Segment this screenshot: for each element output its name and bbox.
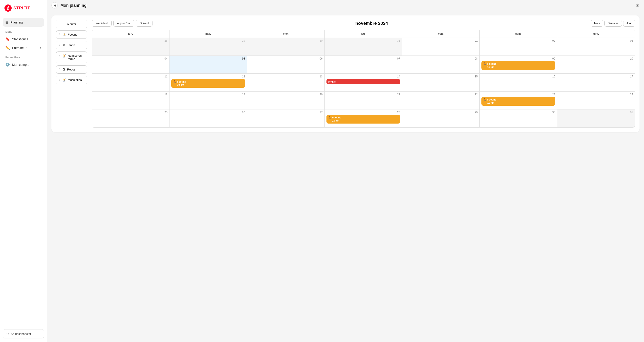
- cal-cell-w4d2[interactable]: 19: [170, 92, 247, 109]
- cal-cell-w4d5[interactable]: 22: [402, 92, 480, 109]
- cal-cell-w2d3[interactable]: 06: [247, 56, 325, 74]
- activity-repos[interactable]: ⠿ 🗒 Repos: [56, 65, 87, 74]
- cal-cell-w5d4[interactable]: 28 🏃 Footing10 km: [325, 109, 402, 127]
- sidebar-item-mon-compte[interactable]: ⚙️ Mon compte: [3, 60, 44, 69]
- view-mois-button[interactable]: Mois: [591, 20, 603, 27]
- cal-cell-w3d7[interactable]: 17: [557, 74, 635, 92]
- cal-cell-w1d2[interactable]: 29: [170, 38, 247, 56]
- event-footing-nov9[interactable]: 🏃 Footing10 km: [482, 61, 555, 70]
- collapse-button[interactable]: ◀: [52, 2, 58, 9]
- left-panel: Ajouter ⠿ 🏃 Footing ⠿ 🗑 Tennis ⠿ 🏋: [56, 20, 87, 128]
- event-footing-nov12[interactable]: 🏃 Footing10 km: [171, 79, 245, 88]
- cal-week-1: 28 29 30 31 01 02 03: [92, 38, 635, 56]
- add-button[interactable]: Ajouter: [56, 20, 87, 28]
- menu-section-label: Menu: [5, 30, 41, 33]
- cal-cell-w2d7[interactable]: 10: [557, 56, 635, 74]
- sidebar-bottom: ↪ Se déconnecter: [3, 329, 44, 338]
- activity-repos-label: Repos: [67, 68, 76, 71]
- calendar-nav: Précédent Aujourd'hui Suivant novembre 2…: [92, 20, 635, 27]
- day-header-mer: mer.: [247, 30, 325, 38]
- cal-cell-w2d4[interactable]: 07: [325, 56, 402, 74]
- run-icon: 🏃: [483, 63, 486, 66]
- activity-footing-label: Footing: [68, 33, 77, 36]
- event-tennis-nov14-label: Tennis: [328, 80, 336, 83]
- bookmark-icon: 🔖: [5, 37, 10, 41]
- cal-cell-w3d6[interactable]: 16: [480, 74, 557, 92]
- view-semaine-button[interactable]: Semaine: [604, 20, 622, 27]
- drag-icon-repos: ⠿: [59, 68, 60, 71]
- activity-tennis-label: Tennis: [67, 44, 76, 47]
- event-tennis-nov14[interactable]: Tennis: [326, 79, 400, 84]
- calendar-grid: lun. mar. mer. jeu. ven. sam. dim.: [92, 30, 635, 128]
- drag-icon-tennis: ⠿: [59, 44, 60, 47]
- cal-cell-w4d3[interactable]: 20: [247, 92, 325, 109]
- drag-icon-remise: ⠿: [59, 54, 60, 57]
- event-footing-nov23-label: Footing10 km: [487, 98, 496, 105]
- settings-icon[interactable]: ☀: [636, 3, 640, 8]
- logo-text: STRIFIT: [14, 6, 30, 11]
- cal-cell-w3d4[interactable]: 14 Tennis: [325, 74, 402, 92]
- cal-cell-w5d6[interactable]: 30: [480, 109, 557, 127]
- run-icon-nov12: 🏃: [173, 80, 176, 84]
- cal-cell-w3d1[interactable]: 11: [92, 74, 170, 92]
- gear-icon: ⚙️: [5, 63, 10, 67]
- header: ◀ Mon planning ☀: [47, 0, 644, 11]
- cal-cell-w5d2[interactable]: 26: [170, 109, 247, 127]
- logout-icon: ↪: [6, 332, 9, 335]
- run-icon-nov23: 🏃: [483, 98, 486, 101]
- next-button[interactable]: Suivant: [136, 20, 152, 27]
- calendar-card: Ajouter ⠿ 🏃 Footing ⠿ 🗑 Tennis ⠿ 🏋: [52, 16, 640, 132]
- main-content: ◀ Mon planning ☀ Ajouter ⠿ 🏃 Footing ⠿ 🗑: [47, 0, 644, 342]
- cal-cell-w4d6[interactable]: 23 🏃 Footing10 km: [480, 92, 557, 109]
- run-icon-nov28: 🏃: [328, 116, 332, 119]
- sidebar: STRIFIT ⊞ Planning Menu 🔖 Statistiques ✏…: [0, 0, 47, 342]
- cal-cell-w5d1[interactable]: 25: [92, 109, 170, 127]
- cal-cell-w1d7[interactable]: 03: [557, 38, 635, 56]
- today-button[interactable]: Aujourd'hui: [113, 20, 134, 27]
- cal-cell-w1d6[interactable]: 02: [480, 38, 557, 56]
- activity-muculation[interactable]: ⠿ 🏋 Muculation: [56, 76, 87, 84]
- sidebar-item-mon-compte-label: Mon compte: [12, 63, 29, 67]
- event-footing-nov28[interactable]: 🏃 Footing10 km: [326, 115, 400, 124]
- edit-icon: ✏️: [5, 46, 10, 50]
- view-buttons: Mois Semaine Jour: [591, 20, 635, 27]
- cal-cell-w1d3[interactable]: 30: [247, 38, 325, 56]
- cal-cell-w1d4[interactable]: 31: [325, 38, 402, 56]
- cal-cell-w5d5[interactable]: 29: [402, 109, 480, 127]
- cal-cell-w3d2[interactable]: 12 🏃 Footing10 km: [170, 74, 247, 92]
- cal-cell-w4d7[interactable]: 24: [557, 92, 635, 109]
- day-header-sam: sam.: [480, 30, 557, 38]
- page-title: Mon planning: [60, 3, 86, 8]
- cal-cell-w4d4[interactable]: 21: [325, 92, 402, 109]
- view-jour-button[interactable]: Jour: [623, 20, 635, 27]
- activity-footing[interactable]: ⠿ 🏃 Footing: [56, 31, 87, 39]
- logout-button[interactable]: ↪ Se déconnecter: [3, 329, 44, 338]
- event-footing-nov9-label: Footing10 km: [487, 62, 496, 69]
- cal-cell-w2d5[interactable]: 08: [402, 56, 480, 74]
- day-header-mar: mar.: [170, 30, 247, 38]
- event-footing-nov23[interactable]: 🏃 Footing10 km: [482, 97, 555, 106]
- cal-cell-w5d7[interactable]: 01: [557, 109, 635, 127]
- cal-cell-w2d2-today[interactable]: 05: [170, 56, 247, 74]
- sidebar-item-entraineur[interactable]: ✏️ Entraineur ▾: [3, 44, 44, 52]
- day-header-lun: lun.: [92, 30, 170, 38]
- content-area: Ajouter ⠿ 🏃 Footing ⠿ 🗑 Tennis ⠿ 🏋: [47, 11, 644, 342]
- sidebar-item-statistiques[interactable]: 🔖 Statistiques: [3, 35, 44, 44]
- activity-tennis[interactable]: ⠿ 🗑 Tennis: [56, 41, 87, 49]
- sidebar-item-statistiques-label: Statistiques: [12, 37, 28, 41]
- cal-cell-w4d1[interactable]: 18: [92, 92, 170, 109]
- cal-cell-w2d1[interactable]: 04: [92, 56, 170, 74]
- activity-remise-en-forme[interactable]: ⠿ 🏋 Remise en forme: [56, 52, 87, 63]
- cal-cell-w3d3[interactable]: 13: [247, 74, 325, 92]
- prev-button[interactable]: Précédent: [92, 20, 112, 27]
- sidebar-item-planning[interactable]: ⊞ Planning: [3, 18, 44, 27]
- cal-cell-w5d3[interactable]: 27: [247, 109, 325, 127]
- cal-cell-w1d1[interactable]: 28: [92, 38, 170, 56]
- cal-cell-w2d6[interactable]: 09 🏃 Footing10 km: [480, 56, 557, 74]
- sidebar-item-planning-label: Planning: [10, 21, 23, 24]
- tennis-icon: 🗑: [62, 44, 65, 47]
- cal-cell-w1d5[interactable]: 01: [402, 38, 480, 56]
- event-footing-nov12-label: Footing10 km: [177, 80, 186, 87]
- day-header-ven: ven.: [402, 30, 480, 38]
- cal-cell-w3d5[interactable]: 15: [402, 74, 480, 92]
